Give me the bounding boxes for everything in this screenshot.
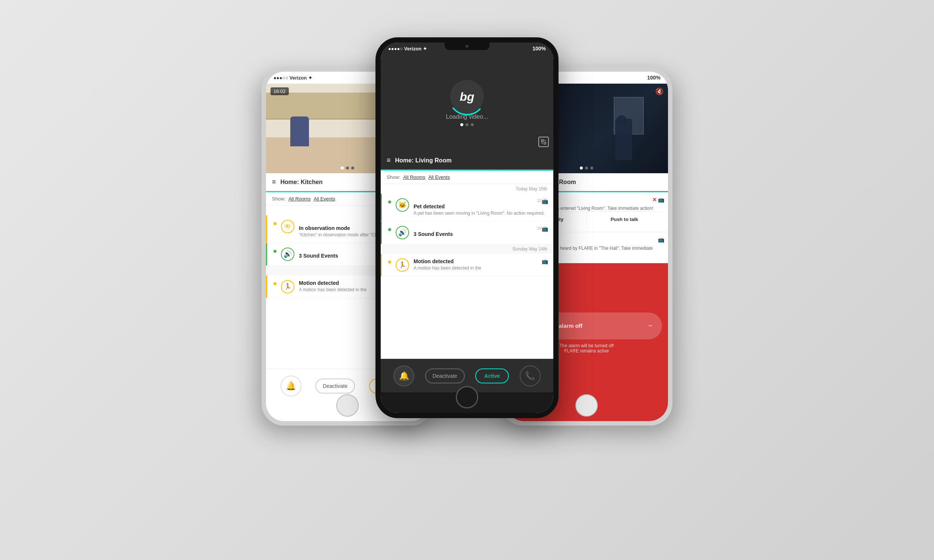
nav-title-left: Home: Kitchen (281, 179, 323, 186)
battery-right: 100% (647, 75, 661, 81)
carrier-left: ●●●○○ Verizon ✦ (273, 75, 312, 81)
video-loading[interactable]: bg Loading video... (381, 54, 553, 152)
dot-sound-left (273, 250, 276, 253)
icon-motion-center: 🏃 (396, 258, 409, 272)
tv-icon-motion: 📺 (542, 258, 548, 264)
battery-center: 100% (532, 46, 546, 52)
icon-motion-left: 🏃 (281, 280, 294, 294)
tv-icon-danger: 📺 (658, 237, 664, 243)
video-dots-left (341, 166, 354, 169)
swipe-subtitle2: FLARE remains active (559, 348, 614, 354)
svg-rect-2 (544, 142, 546, 144)
mute-icon-right[interactable]: 🔇 (655, 88, 664, 95)
nav-location-center: Living Room (415, 157, 452, 163)
accent-green (266, 243, 267, 265)
event-pet[interactable]: 🐱 12:27 Pet detected A pet has been seen… (381, 194, 553, 222)
time-sound-center: 10:09 (413, 226, 547, 230)
dot-r1 (580, 166, 583, 169)
filter-row-center: Show: All Rooms All Events (381, 171, 553, 184)
dot-1 (341, 166, 344, 169)
status-icons-center: 100% (532, 46, 546, 52)
all-events-center[interactable]: All Events (428, 174, 450, 180)
title-motion-center: Motion detected (413, 258, 547, 264)
carrier-center: ●●●●○ Verizon ✦ (388, 46, 427, 52)
expand-btn[interactable] (538, 137, 549, 147)
swipe-subtitle-area: The alarm will be turned off FLARE remai… (559, 343, 614, 354)
alarm-btn-left[interactable]: 🔔 (281, 375, 302, 397)
mute-center (376, 91, 376, 104)
nav-bar-center: ≡ Home: Living Room (381, 152, 553, 169)
accent-yellow (266, 215, 267, 243)
tv-icon-intruder: 📺 (658, 197, 664, 203)
all-rooms-center[interactable]: All Rooms (403, 174, 425, 180)
deactivate-btn-left[interactable]: Deactivate (315, 378, 355, 394)
swipe-arrow: → (646, 322, 653, 330)
dot-pet (388, 200, 391, 203)
phones-container: ●●●○○ Verizon ✦ 100% (262, 37, 672, 523)
front-camera (465, 45, 469, 48)
events-list-center: 🐱 12:27 Pet detected A pet has been seen… (381, 194, 553, 359)
event-motion-center[interactable]: 🏃 Motion detected A motion has been dete… (381, 254, 553, 277)
dot-c3 (471, 123, 474, 126)
dot-r2 (585, 166, 588, 169)
expand-icon (541, 139, 546, 145)
dot-motion-center (388, 261, 391, 263)
svg-rect-1 (541, 140, 543, 142)
power-center (558, 104, 558, 128)
deactivate-btn-center[interactable]: Deactivate (425, 368, 465, 383)
content-pet: 12:27 Pet detected A pet has been seen m… (413, 198, 547, 217)
icon-sound-center: 🔊 (396, 226, 409, 239)
accent-sound-center (381, 222, 382, 244)
all-rooms-left[interactable]: All Rooms (288, 196, 310, 202)
active-btn-center[interactable]: Active (475, 368, 509, 383)
phone-center-screen: ●●●●○ Verizon ✦ 100% bg (381, 43, 553, 413)
person-silhouette (290, 117, 309, 146)
hamburger-left[interactable]: ≡ (272, 178, 276, 186)
scene: ●●●○○ Verizon ✦ 100% (0, 0, 934, 560)
accent-motion (266, 275, 267, 298)
dot-r3 (590, 166, 593, 169)
dot-3 (351, 166, 354, 169)
spinner-svg (447, 76, 487, 117)
status-icons-right: 100% (647, 75, 661, 81)
date-header-center: Today May 15th (381, 184, 553, 194)
desc-motion-center: A motion has been detected in the (413, 265, 547, 271)
intruder-head (616, 115, 627, 126)
event-sound-center[interactable]: 🔊 10:09 3 Sound Events 📺 (381, 222, 553, 244)
desc-pet: A pet has been seen moving in "Living Ro… (413, 210, 547, 217)
home-button-center[interactable] (456, 386, 478, 408)
nav-prefix-center: Home: (395, 157, 414, 163)
video-dots-center (460, 123, 474, 126)
icon-pet: 🐱 (396, 198, 409, 212)
tv-icon-pet: 📺 (542, 198, 548, 204)
tv-icon-sound: 📺 (542, 226, 548, 232)
call-btn-center[interactable]: 📞 (520, 366, 541, 386)
push-to-talk-btn[interactable]: Push to talk (587, 212, 663, 227)
home-area-center (381, 392, 553, 413)
icon-observation: 👁 (281, 220, 294, 233)
hamburger-center[interactable]: ≡ (387, 157, 391, 164)
home-button-left[interactable] (336, 394, 359, 417)
alarm-btn-center[interactable]: 🔔 (393, 366, 414, 386)
show-label-center: Show: (387, 174, 400, 180)
content-sound-center: 10:09 3 Sound Events (413, 226, 547, 238)
close-x[interactable]: ✕ (652, 197, 657, 203)
title-pet: Pet detected (413, 203, 547, 209)
phone-center: ●●●●○ Verizon ✦ 100% bg (376, 37, 558, 418)
content-motion-center: Motion detected A motion has been detect… (413, 258, 547, 271)
logo-wrapper: bg (450, 80, 484, 114)
show-label-left: Show: (272, 196, 285, 202)
vol-up-center (376, 112, 376, 130)
title-sound-center: 3 Sound Events (413, 231, 547, 237)
alarm-dots (580, 166, 593, 169)
all-events-left[interactable]: All Events (313, 196, 335, 202)
accent-pet (381, 194, 382, 221)
home-button-right[interactable] (575, 394, 598, 417)
dot-observation (273, 222, 276, 225)
phone-center-inner: ●●●●○ Verizon ✦ 100% bg (381, 43, 553, 413)
svg-point-0 (447, 76, 487, 117)
nav-prefix-left: Home: (281, 179, 299, 185)
vol-down-center (376, 135, 376, 154)
camera-notch (445, 43, 489, 50)
nav-location-left: Kitchen (301, 179, 323, 185)
